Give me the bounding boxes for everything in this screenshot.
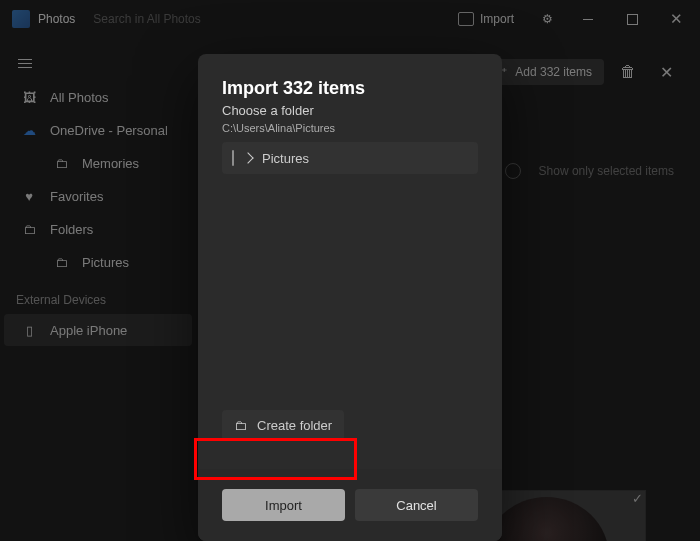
folder-plus-icon: 🗀	[234, 418, 247, 433]
dialog-path: C:\Users\Alina\Pictures	[222, 122, 478, 134]
cancel-button[interactable]: Cancel	[355, 489, 478, 521]
dialog-subtitle: Choose a folder	[222, 103, 478, 118]
folder-name: Pictures	[262, 151, 309, 166]
import-dialog: Import 332 items Choose a folder C:\User…	[198, 54, 502, 541]
create-folder-button[interactable]: 🗀 Create folder	[222, 410, 344, 441]
chevron-right-icon	[242, 152, 253, 163]
modal-overlay: Import 332 items Choose a folder C:\User…	[0, 0, 700, 541]
create-folder-label: Create folder	[257, 418, 332, 433]
dialog-title: Import 332 items	[222, 78, 478, 99]
import-confirm-button[interactable]: Import	[222, 489, 345, 521]
selection-indicator	[232, 150, 234, 166]
folder-row-pictures[interactable]: Pictures	[222, 142, 478, 174]
